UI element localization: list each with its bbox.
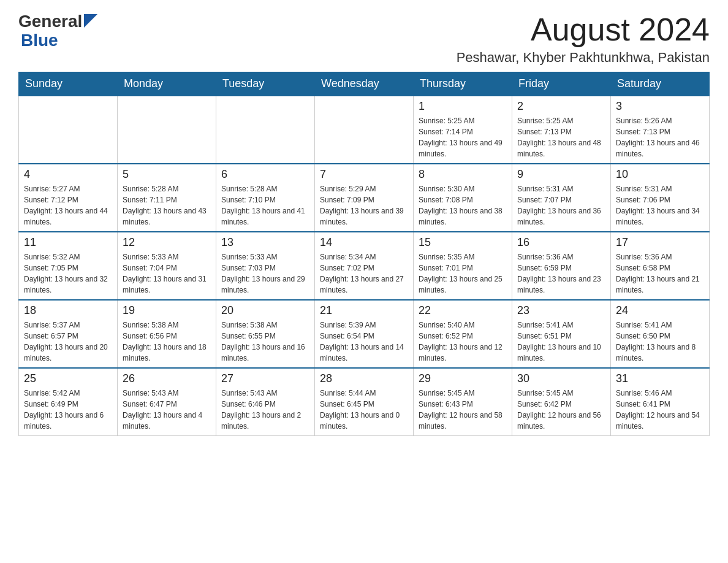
day-number: 5 [123,168,211,181]
day-number: 6 [221,168,309,181]
day-number: 12 [123,236,211,249]
day-info: Sunrise: 5:38 AMSunset: 6:55 PMDaylight:… [221,320,309,364]
week-row-3: 11Sunrise: 5:32 AMSunset: 7:05 PMDayligh… [19,232,710,300]
day-cell-10: 10Sunrise: 5:31 AMSunset: 7:06 PMDayligh… [611,164,710,232]
empty-cell [118,96,216,164]
col-header-tuesday: Tuesday [216,72,315,96]
day-number: 27 [221,372,309,385]
day-cell-27: 27Sunrise: 5:43 AMSunset: 6:46 PMDayligh… [216,368,315,436]
day-cell-24: 24Sunrise: 5:41 AMSunset: 6:50 PMDayligh… [611,300,710,368]
week-row-4: 18Sunrise: 5:37 AMSunset: 6:57 PMDayligh… [19,300,710,368]
day-info: Sunrise: 5:46 AMSunset: 6:41 PMDaylight:… [616,388,704,432]
day-info: Sunrise: 5:41 AMSunset: 6:50 PMDaylight:… [616,320,704,364]
day-info: Sunrise: 5:26 AMSunset: 7:13 PMDaylight:… [616,115,704,159]
day-number: 25 [24,372,112,385]
location-title: Peshawar, Khyber Pakhtunkhwa, Pakistan [457,50,710,66]
day-info: Sunrise: 5:28 AMSunset: 7:10 PMDaylight:… [221,183,309,228]
day-info: Sunrise: 5:45 AMSunset: 6:43 PMDaylight:… [419,388,507,432]
day-cell-4: 4Sunrise: 5:27 AMSunset: 7:12 PMDaylight… [19,164,118,232]
day-number: 1 [419,100,507,113]
day-number: 4 [24,168,112,181]
day-info: Sunrise: 5:39 AMSunset: 6:54 PMDaylight:… [320,320,408,364]
day-info: Sunrise: 5:32 AMSunset: 7:05 PMDaylight:… [24,251,112,296]
day-info: Sunrise: 5:36 AMSunset: 6:59 PMDaylight:… [517,251,605,296]
day-cell-21: 21Sunrise: 5:39 AMSunset: 6:54 PMDayligh… [315,300,414,368]
svg-marker-0 [84,14,97,28]
day-cell-28: 28Sunrise: 5:44 AMSunset: 6:45 PMDayligh… [315,368,414,436]
month-title: August 2024 [457,12,710,47]
day-cell-9: 9Sunrise: 5:31 AMSunset: 7:07 PMDaylight… [512,164,611,232]
day-cell-11: 11Sunrise: 5:32 AMSunset: 7:05 PMDayligh… [19,232,118,300]
day-cell-5: 5Sunrise: 5:28 AMSunset: 7:11 PMDaylight… [118,164,216,232]
day-cell-29: 29Sunrise: 5:45 AMSunset: 6:43 PMDayligh… [414,368,512,436]
logo-blue: Blue [21,31,97,50]
day-number: 10 [616,168,704,181]
day-cell-8: 8Sunrise: 5:30 AMSunset: 7:08 PMDaylight… [414,164,512,232]
day-cell-1: 1Sunrise: 5:25 AMSunset: 7:14 PMDaylight… [414,96,512,164]
week-row-5: 25Sunrise: 5:42 AMSunset: 6:49 PMDayligh… [19,368,710,436]
day-cell-30: 30Sunrise: 5:45 AMSunset: 6:42 PMDayligh… [512,368,611,436]
day-number: 28 [320,372,408,385]
day-cell-22: 22Sunrise: 5:40 AMSunset: 6:52 PMDayligh… [414,300,512,368]
empty-cell [315,96,414,164]
day-number: 24 [616,304,704,317]
day-number: 7 [320,168,408,181]
day-cell-31: 31Sunrise: 5:46 AMSunset: 6:41 PMDayligh… [611,368,710,436]
day-info: Sunrise: 5:28 AMSunset: 7:11 PMDaylight:… [123,183,211,228]
day-number: 30 [517,372,605,385]
day-number: 23 [517,304,605,317]
day-number: 15 [419,236,507,249]
title-block: August 2024 Peshawar, Khyber Pakhtunkhwa… [457,12,710,66]
day-info: Sunrise: 5:33 AMSunset: 7:04 PMDaylight:… [123,251,211,296]
day-cell-18: 18Sunrise: 5:37 AMSunset: 6:57 PMDayligh… [19,300,118,368]
day-cell-13: 13Sunrise: 5:33 AMSunset: 7:03 PMDayligh… [216,232,315,300]
day-info: Sunrise: 5:40 AMSunset: 6:52 PMDaylight:… [419,320,507,364]
day-cell-19: 19Sunrise: 5:38 AMSunset: 6:56 PMDayligh… [118,300,216,368]
logo: General Blue [18,12,97,50]
day-cell-26: 26Sunrise: 5:43 AMSunset: 6:47 PMDayligh… [118,368,216,436]
calendar-table: SundayMondayTuesdayWednesdayThursdayFrid… [18,72,710,436]
day-info: Sunrise: 5:43 AMSunset: 6:46 PMDaylight:… [221,388,309,432]
week-row-2: 4Sunrise: 5:27 AMSunset: 7:12 PMDaylight… [19,164,710,232]
day-info: Sunrise: 5:29 AMSunset: 7:09 PMDaylight:… [320,183,408,228]
day-number: 11 [24,236,112,249]
logo-general: General [18,12,82,31]
day-cell-6: 6Sunrise: 5:28 AMSunset: 7:10 PMDaylight… [216,164,315,232]
day-info: Sunrise: 5:34 AMSunset: 7:02 PMDaylight:… [320,251,408,296]
col-header-friday: Friday [512,72,611,96]
day-number: 14 [320,236,408,249]
day-info: Sunrise: 5:25 AMSunset: 7:14 PMDaylight:… [419,115,507,159]
day-number: 13 [221,236,309,249]
col-header-saturday: Saturday [611,72,710,96]
day-cell-17: 17Sunrise: 5:36 AMSunset: 6:58 PMDayligh… [611,232,710,300]
day-number: 16 [517,236,605,249]
empty-cell [19,96,118,164]
day-number: 29 [419,372,507,385]
day-info: Sunrise: 5:45 AMSunset: 6:42 PMDaylight:… [517,388,605,432]
day-cell-3: 3Sunrise: 5:26 AMSunset: 7:13 PMDaylight… [611,96,710,164]
day-cell-23: 23Sunrise: 5:41 AMSunset: 6:51 PMDayligh… [512,300,611,368]
col-header-wednesday: Wednesday [315,72,414,96]
day-info: Sunrise: 5:35 AMSunset: 7:01 PMDaylight:… [419,251,507,296]
empty-cell [216,96,315,164]
calendar-header-row: SundayMondayTuesdayWednesdayThursdayFrid… [19,72,710,96]
day-number: 2 [517,100,605,113]
day-info: Sunrise: 5:41 AMSunset: 6:51 PMDaylight:… [517,320,605,364]
day-cell-7: 7Sunrise: 5:29 AMSunset: 7:09 PMDaylight… [315,164,414,232]
day-cell-16: 16Sunrise: 5:36 AMSunset: 6:59 PMDayligh… [512,232,611,300]
day-number: 22 [419,304,507,317]
week-row-1: 1Sunrise: 5:25 AMSunset: 7:14 PMDaylight… [19,96,710,164]
day-info: Sunrise: 5:31 AMSunset: 7:07 PMDaylight:… [517,183,605,228]
col-header-monday: Monday [118,72,216,96]
day-number: 20 [221,304,309,317]
day-info: Sunrise: 5:27 AMSunset: 7:12 PMDaylight:… [24,183,112,228]
day-cell-2: 2Sunrise: 5:25 AMSunset: 7:13 PMDaylight… [512,96,611,164]
day-number: 31 [616,372,704,385]
day-number: 3 [616,100,704,113]
day-number: 21 [320,304,408,317]
day-info: Sunrise: 5:37 AMSunset: 6:57 PMDaylight:… [24,320,112,364]
day-cell-14: 14Sunrise: 5:34 AMSunset: 7:02 PMDayligh… [315,232,414,300]
day-info: Sunrise: 5:43 AMSunset: 6:47 PMDaylight:… [123,388,211,432]
day-info: Sunrise: 5:36 AMSunset: 6:58 PMDaylight:… [616,251,704,296]
page-header: General Blue August 2024 Peshawar, Khybe… [18,12,710,66]
